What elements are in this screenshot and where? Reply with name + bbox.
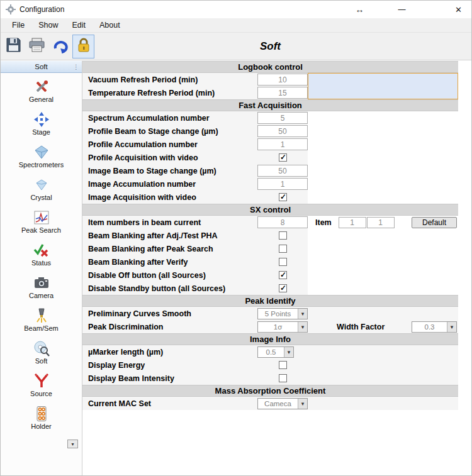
section-title: Fast Acquisition	[82, 99, 458, 111]
selected-value: 5 Points	[258, 309, 298, 319]
field-label: Image Beam to Stage change (µm)	[82, 164, 257, 177]
sidebar-tab-soft[interactable]: Soft ⋮	[1, 61, 82, 73]
row-extra	[308, 177, 458, 191]
section-sx-control: SX control Item numbers in beam current …	[82, 204, 458, 295]
close-button[interactable]: ✕	[444, 1, 472, 18]
field-label: Beam Blanking after Adj./Test PHA	[82, 229, 257, 242]
field-label: Vacuum Refresh Period (min)	[82, 73, 257, 86]
field-label: µMarker length (µm)	[82, 345, 257, 358]
tools-icon	[33, 78, 50, 95]
default-button[interactable]: Default	[412, 217, 457, 228]
menubar: File Show Edit About	[1, 18, 471, 33]
move-arrows-icon	[33, 111, 50, 128]
row-extra	[308, 151, 458, 164]
main-panel: Logbook control Vacuum Refresh Period (m…	[82, 61, 458, 475]
preliminary-smooth-select[interactable]: 5 Points ▾	[257, 308, 308, 319]
sidebar: Soft ⋮ General	[1, 61, 82, 475]
selected-value: Cameca	[258, 399, 298, 409]
lock-button[interactable]	[72, 35, 94, 58]
item-row-extra: Item 1 1 Default	[308, 216, 458, 229]
peak-discrimination-select[interactable]: 1σ ▾	[257, 321, 308, 333]
width-factor-select[interactable]: 0.3 ▾	[412, 321, 457, 333]
profile-beam-stage-input[interactable]: 50	[257, 125, 308, 137]
minimize-button[interactable]: —	[388, 1, 416, 18]
beam-blanking-peak-checkbox[interactable]	[279, 245, 287, 253]
menu-edit[interactable]: Edit	[65, 19, 93, 31]
sidebar-item-beam-sem[interactable]: Beam/Sem	[1, 307, 82, 332]
profile-accumulation-input[interactable]: 1	[257, 138, 308, 150]
vacuum-refresh-input[interactable]: 10	[257, 74, 308, 86]
printer-icon	[28, 36, 45, 56]
undo-button[interactable]	[49, 35, 71, 58]
disable-off-checkbox[interactable]	[279, 271, 287, 279]
sidebar-item-general[interactable]: General	[1, 78, 82, 103]
row-extra	[308, 191, 458, 204]
filament-icon	[33, 372, 50, 389]
menu-show[interactable]: Show	[31, 19, 65, 31]
sidebar-item-label: Crystal	[30, 194, 52, 201]
sidebar-item-label: Spectrometers	[19, 161, 64, 169]
beam-blanking-verify-checkbox[interactable]	[279, 258, 287, 266]
display-energy-checkbox[interactable]	[279, 361, 287, 369]
image-video-checkbox[interactable]	[279, 193, 287, 201]
settings-row: Beam Blanking after Peak Search	[82, 242, 458, 255]
section-fast-acquisition: Fast Acquisition Spectrum Accumulation n…	[82, 99, 458, 204]
field-label: Display Beam Intensity	[82, 372, 257, 385]
profile-video-checkbox[interactable]	[279, 153, 287, 162]
beam-blanking-pha-checkbox[interactable]	[279, 231, 287, 240]
menu-file[interactable]: File	[5, 19, 31, 31]
settings-row: Current MAC Set Cameca ▾	[82, 397, 458, 410]
sidebar-item-source[interactable]: Source	[1, 372, 82, 397]
temperature-refresh-input[interactable]: 15	[257, 87, 308, 99]
sidebar-item-spectrometers[interactable]: Spectrometers	[1, 143, 82, 169]
section-peak-identify: Peak Identify Preliminary Curves Smooth …	[82, 295, 458, 333]
holder-icon	[33, 405, 50, 422]
sidebar-scroll-button[interactable]: ▾	[67, 440, 78, 448]
sidebar-item-holder[interactable]: Holder	[1, 405, 82, 430]
image-beam-stage-input[interactable]: 50	[257, 165, 308, 177]
settings-row: µMarker length (µm) 0.5 ▾	[82, 345, 458, 358]
display-beam-intensity-checkbox[interactable]	[279, 374, 287, 382]
settings-row: Profile Accumulation number 1	[82, 138, 458, 151]
sidebar-item-label: Beam/Sem	[24, 324, 58, 332]
sidebar-item-label: Peak Search	[21, 226, 61, 234]
settings-row: Disable Standby button (all Sources)	[82, 282, 458, 295]
sidebar-item-crystal[interactable]: Crystal	[1, 176, 82, 201]
item-2-input[interactable]: 1	[367, 217, 395, 228]
print-button[interactable]	[26, 35, 48, 58]
sidebar-tab-label: Soft	[35, 63, 47, 70]
settings-row: Profile Acquisition with video	[82, 151, 458, 164]
spectrometer-icon	[33, 143, 50, 160]
settings-row: Peak Discrimination 1σ ▾ Width Factor 0.…	[82, 320, 458, 333]
check-cross-icon	[33, 241, 50, 258]
selected-value: 0.3	[412, 322, 447, 332]
sidebar-item-stage[interactable]: Stage	[1, 111, 82, 136]
item-1-input[interactable]: 1	[339, 217, 366, 228]
sidebar-item-peak-search[interactable]: Peak Search	[1, 209, 82, 234]
disable-standby-checkbox[interactable]	[279, 284, 287, 292]
spectrum-accumulation-input[interactable]: 5	[257, 112, 308, 124]
restore-button[interactable]: ↔	[346, 1, 374, 18]
chevron-down-icon: ▾	[284, 347, 293, 357]
field-label: Profile Beam to Stage change (µm)	[82, 125, 257, 138]
camera-icon	[33, 274, 50, 291]
settings-row: Image Beam to Stage change (µm) 50	[82, 164, 458, 177]
field-label: Preliminary Curves Smooth	[82, 307, 257, 320]
section-logbook: Logbook control Vacuum Refresh Period (m…	[82, 61, 458, 99]
image-accumulation-input[interactable]: 1	[257, 178, 308, 190]
settings-row: Beam Blanking after Adj./Test PHA	[82, 229, 458, 242]
marker-length-select[interactable]: 0.5 ▾	[257, 346, 294, 358]
lock-icon	[76, 37, 92, 56]
sidebar-item-camera[interactable]: Camera	[1, 274, 82, 299]
row-extra	[308, 358, 458, 372]
sidebar-item-status[interactable]: Status	[1, 241, 82, 267]
beam-gun-icon	[33, 307, 50, 324]
item-numbers-input[interactable]: 8	[257, 216, 308, 228]
field-label: Image Accumulation number	[82, 177, 257, 191]
sidebar-item-soft[interactable]: Soft	[1, 340, 82, 365]
row-extra	[308, 372, 458, 385]
menu-about[interactable]: About	[93, 19, 127, 31]
mac-set-select[interactable]: Cameca ▾	[257, 398, 308, 409]
save-button[interactable]	[3, 35, 25, 58]
app-icon	[6, 4, 16, 14]
